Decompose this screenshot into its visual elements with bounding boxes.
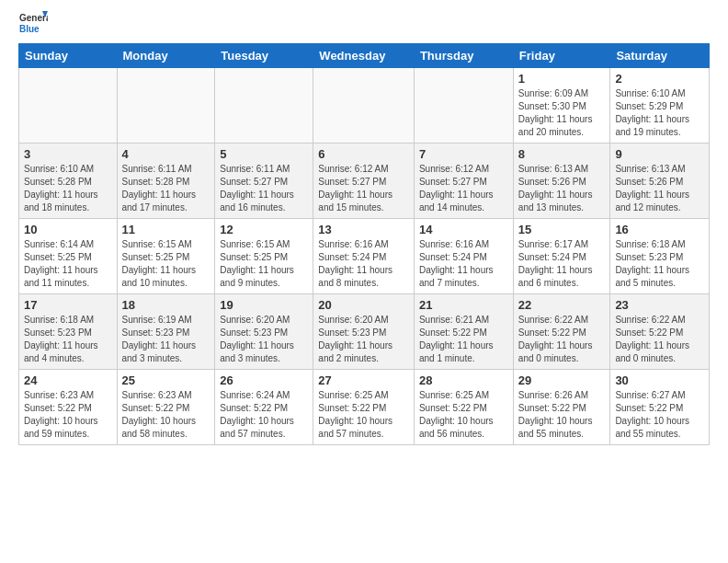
day-info: Sunrise: 6:20 AM Sunset: 5:23 PM Dayligh… (220, 314, 308, 365)
day-info: Sunrise: 6:21 AM Sunset: 5:22 PM Dayligh… (419, 314, 508, 365)
calendar-week-row: 17Sunrise: 6:18 AM Sunset: 5:23 PM Dayli… (19, 294, 710, 370)
day-info: Sunrise: 6:13 AM Sunset: 5:26 PM Dayligh… (615, 163, 704, 214)
day-number: 23 (615, 298, 704, 312)
day-number: 19 (220, 298, 308, 312)
day-info: Sunrise: 6:18 AM Sunset: 5:23 PM Dayligh… (615, 238, 704, 290)
calendar-day-12: 12Sunrise: 6:15 AM Sunset: 5:25 PM Dayli… (215, 219, 313, 294)
day-info: Sunrise: 6:16 AM Sunset: 5:24 PM Dayligh… (419, 238, 508, 290)
calendar-empty-cell (117, 68, 215, 144)
calendar-empty-cell (414, 68, 513, 144)
day-number: 17 (24, 298, 112, 312)
day-info: Sunrise: 6:25 AM Sunset: 5:22 PM Dayligh… (318, 389, 409, 441)
svg-text:General: General (19, 13, 48, 23)
calendar-day-2: 2Sunrise: 6:10 AM Sunset: 5:29 PM Daylig… (610, 68, 710, 144)
day-number: 14 (419, 223, 508, 236)
calendar-day-10: 10Sunrise: 6:14 AM Sunset: 5:25 PM Dayli… (19, 219, 118, 294)
weekday-header-thursday: Thursday (414, 44, 513, 68)
day-number: 2 (615, 72, 704, 86)
calendar-day-27: 27Sunrise: 6:25 AM Sunset: 5:22 PM Dayli… (313, 370, 415, 445)
day-number: 5 (220, 147, 308, 161)
calendar-day-3: 3Sunrise: 6:10 AM Sunset: 5:28 PM Daylig… (19, 144, 118, 219)
day-info: Sunrise: 6:10 AM Sunset: 5:28 PM Dayligh… (24, 163, 112, 214)
weekday-header-friday: Friday (513, 44, 610, 68)
day-number: 21 (419, 298, 508, 312)
calendar-day-20: 20Sunrise: 6:20 AM Sunset: 5:23 PM Dayli… (313, 294, 415, 370)
calendar-day-29: 29Sunrise: 6:26 AM Sunset: 5:22 PM Dayli… (513, 370, 610, 445)
calendar-day-16: 16Sunrise: 6:18 AM Sunset: 5:23 PM Dayli… (610, 219, 710, 294)
day-number: 10 (24, 223, 112, 236)
day-info: Sunrise: 6:23 AM Sunset: 5:22 PM Dayligh… (122, 389, 210, 441)
day-info: Sunrise: 6:12 AM Sunset: 5:27 PM Dayligh… (419, 163, 508, 214)
weekday-header-sunday: Sunday (19, 44, 118, 68)
day-number: 9 (615, 147, 704, 161)
calendar-day-13: 13Sunrise: 6:16 AM Sunset: 5:24 PM Dayli… (313, 219, 415, 294)
day-info: Sunrise: 6:09 AM Sunset: 5:30 PM Dayligh… (518, 87, 606, 139)
day-number: 15 (518, 223, 606, 236)
day-number: 1 (518, 72, 606, 86)
day-number: 3 (24, 147, 112, 161)
calendar-day-23: 23Sunrise: 6:22 AM Sunset: 5:22 PM Dayli… (610, 294, 710, 370)
weekday-header-saturday: Saturday (610, 44, 710, 68)
day-info: Sunrise: 6:22 AM Sunset: 5:22 PM Dayligh… (518, 314, 606, 365)
day-number: 27 (318, 373, 409, 387)
logo-svg: General Blue (18, 9, 48, 39)
page-header: General Blue (0, 0, 728, 43)
calendar-week-row: 24Sunrise: 6:23 AM Sunset: 5:22 PM Dayli… (19, 370, 710, 445)
calendar-empty-cell (215, 68, 313, 144)
calendar-day-19: 19Sunrise: 6:20 AM Sunset: 5:23 PM Dayli… (215, 294, 313, 370)
day-info: Sunrise: 6:12 AM Sunset: 5:27 PM Dayligh… (318, 163, 409, 214)
calendar-day-11: 11Sunrise: 6:15 AM Sunset: 5:25 PM Dayli… (117, 219, 215, 294)
day-number: 7 (419, 147, 508, 161)
calendar-day-9: 9Sunrise: 6:13 AM Sunset: 5:26 PM Daylig… (610, 144, 710, 219)
calendar-day-30: 30Sunrise: 6:27 AM Sunset: 5:22 PM Dayli… (610, 370, 710, 445)
calendar-day-24: 24Sunrise: 6:23 AM Sunset: 5:22 PM Dayli… (19, 370, 118, 445)
day-number: 16 (615, 223, 704, 236)
calendar-week-row: 3Sunrise: 6:10 AM Sunset: 5:28 PM Daylig… (19, 144, 710, 219)
day-info: Sunrise: 6:10 AM Sunset: 5:29 PM Dayligh… (615, 87, 704, 139)
day-info: Sunrise: 6:23 AM Sunset: 5:22 PM Dayligh… (24, 389, 112, 441)
calendar-day-8: 8Sunrise: 6:13 AM Sunset: 5:26 PM Daylig… (513, 144, 610, 219)
day-info: Sunrise: 6:26 AM Sunset: 5:22 PM Dayligh… (518, 389, 606, 441)
calendar-day-4: 4Sunrise: 6:11 AM Sunset: 5:28 PM Daylig… (117, 144, 215, 219)
calendar-day-18: 18Sunrise: 6:19 AM Sunset: 5:23 PM Dayli… (117, 294, 215, 370)
day-number: 13 (318, 223, 409, 236)
day-info: Sunrise: 6:19 AM Sunset: 5:23 PM Dayligh… (122, 314, 210, 365)
day-number: 22 (518, 298, 606, 312)
day-info: Sunrise: 6:13 AM Sunset: 5:26 PM Dayligh… (518, 163, 606, 214)
day-info: Sunrise: 6:27 AM Sunset: 5:22 PM Dayligh… (615, 389, 704, 441)
calendar-day-6: 6Sunrise: 6:12 AM Sunset: 5:27 PM Daylig… (313, 144, 415, 219)
day-number: 20 (318, 298, 409, 312)
day-number: 29 (518, 373, 606, 387)
calendar-day-1: 1Sunrise: 6:09 AM Sunset: 5:30 PM Daylig… (513, 68, 610, 144)
calendar-header: SundayMondayTuesdayWednesdayThursdayFrid… (19, 44, 710, 68)
day-number: 18 (122, 298, 210, 312)
day-info: Sunrise: 6:11 AM Sunset: 5:28 PM Dayligh… (122, 163, 210, 214)
day-number: 4 (122, 147, 210, 161)
calendar-day-14: 14Sunrise: 6:16 AM Sunset: 5:24 PM Dayli… (414, 219, 513, 294)
day-number: 8 (518, 147, 606, 161)
day-info: Sunrise: 6:17 AM Sunset: 5:24 PM Dayligh… (518, 238, 606, 290)
calendar-day-17: 17Sunrise: 6:18 AM Sunset: 5:23 PM Dayli… (19, 294, 118, 370)
calendar-day-25: 25Sunrise: 6:23 AM Sunset: 5:22 PM Dayli… (117, 370, 215, 445)
calendar-day-22: 22Sunrise: 6:22 AM Sunset: 5:22 PM Dayli… (513, 294, 610, 370)
day-info: Sunrise: 6:11 AM Sunset: 5:27 PM Dayligh… (220, 163, 308, 214)
weekday-header-tuesday: Tuesday (215, 44, 313, 68)
day-info: Sunrise: 6:15 AM Sunset: 5:25 PM Dayligh… (122, 238, 210, 290)
calendar-wrapper: SundayMondayTuesdayWednesdayThursdayFrid… (0, 43, 728, 454)
calendar-day-28: 28Sunrise: 6:25 AM Sunset: 5:22 PM Dayli… (414, 370, 513, 445)
day-number: 26 (220, 373, 308, 387)
logo: General Blue (18, 9, 48, 39)
day-info: Sunrise: 6:24 AM Sunset: 5:22 PM Dayligh… (220, 389, 308, 441)
calendar-week-row: 10Sunrise: 6:14 AM Sunset: 5:25 PM Dayli… (19, 219, 710, 294)
calendar-day-21: 21Sunrise: 6:21 AM Sunset: 5:22 PM Dayli… (414, 294, 513, 370)
page-container: General Blue SundayMondayTuesdayWednesda… (0, 0, 728, 454)
day-number: 28 (419, 373, 508, 387)
day-number: 25 (122, 373, 210, 387)
day-number: 12 (220, 223, 308, 236)
day-number: 6 (318, 147, 409, 161)
calendar-empty-cell (313, 68, 415, 144)
calendar-day-5: 5Sunrise: 6:11 AM Sunset: 5:27 PM Daylig… (215, 144, 313, 219)
day-number: 11 (122, 223, 210, 236)
calendar-empty-cell (19, 68, 118, 144)
day-info: Sunrise: 6:25 AM Sunset: 5:22 PM Dayligh… (419, 389, 508, 441)
